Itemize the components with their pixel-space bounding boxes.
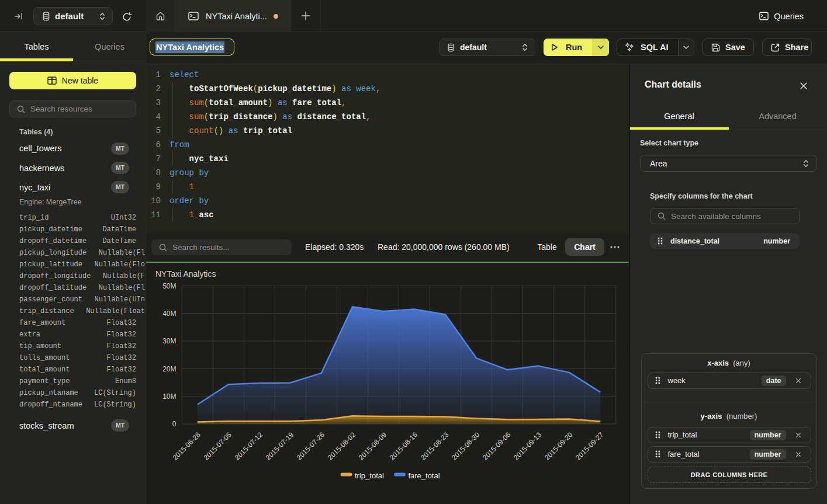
svg-text:fare_total: fare_total — [408, 471, 440, 480]
svg-text:2015-08-30: 2015-08-30 — [450, 430, 482, 462]
svg-text:2015-09-27: 2015-09-27 — [574, 430, 605, 462]
svg-text:2015-07-12: 2015-07-12 — [233, 430, 265, 462]
svg-text:2015-07-26: 2015-07-26 — [295, 430, 327, 462]
svg-text:2015-08-23: 2015-08-23 — [419, 430, 451, 462]
svg-text:40M: 40M — [162, 310, 176, 318]
svg-text:30M: 30M — [162, 337, 176, 345]
svg-text:2015-08-16: 2015-08-16 — [388, 430, 420, 462]
svg-text:2015-09-06: 2015-09-06 — [481, 430, 513, 462]
svg-text:2015-06-28: 2015-06-28 — [171, 430, 203, 462]
svg-text:2015-07-19: 2015-07-19 — [264, 430, 296, 462]
svg-text:10M: 10M — [162, 392, 176, 401]
svg-text:0: 0 — [172, 420, 177, 428]
svg-text:2015-09-20: 2015-09-20 — [543, 430, 575, 462]
svg-text:2015-08-02: 2015-08-02 — [326, 430, 358, 462]
svg-text:20M: 20M — [162, 365, 176, 373]
svg-text:NYTaxi Analytics: NYTaxi Analytics — [155, 269, 216, 279]
svg-text:trip_total: trip_total — [355, 471, 384, 480]
svg-text:2015-09-13: 2015-09-13 — [512, 430, 544, 462]
svg-text:2015-07-05: 2015-07-05 — [202, 430, 234, 462]
svg-text:50M: 50M — [162, 282, 176, 290]
svg-text:2015-08-09: 2015-08-09 — [357, 430, 389, 462]
